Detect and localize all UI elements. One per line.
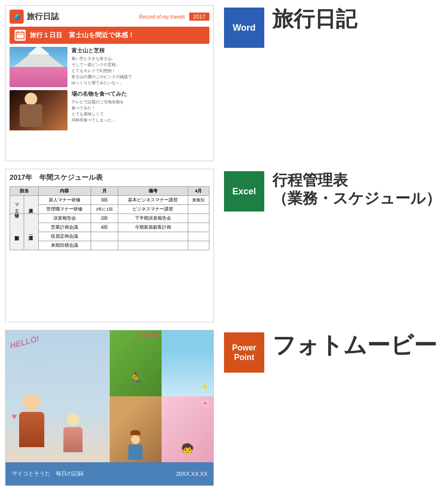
ppt-badge-line1: Power [232, 343, 256, 352]
ppt-cell-bottomleft [110, 396, 162, 462]
word-badge: Word [224, 8, 264, 48]
svg-rect-0 [16, 32, 24, 39]
ppt-document-preview: HELLO! ♥ CHEERS!! [5, 330, 214, 486]
th-april: 4月 [188, 187, 209, 196]
ppt-badge-line2: Point [234, 352, 254, 362]
caption-name: マイコとそうた 毎日の記録 [12, 470, 84, 477]
word-badge-label: Word [233, 23, 256, 33]
slide-figure: 🧒 [181, 443, 194, 455]
hello-text: HELLO! [9, 334, 40, 351]
fuji-image [10, 47, 67, 87]
cell-detail [118, 241, 188, 250]
cell-freq [91, 241, 118, 250]
cell-content: 新人マナー研修 [38, 196, 91, 205]
cell-note [188, 205, 209, 214]
day-icon [15, 30, 26, 41]
food-body: テレビで話題のご当地名物を 食べてみた！ とても美味しくて 何杯何食べてしまった… [71, 99, 209, 123]
word-app-label-area: Word 旅行日記 [224, 5, 443, 161]
cell-detail: 下半期決算報告会 [118, 214, 188, 223]
excel-title-line2: （業務・スケジュール） [272, 189, 441, 207]
word-doc-subtitle: Record of my travels 2017 [139, 13, 209, 21]
table-row: 営業計画会議 4回 今期新規顧客計画 [10, 223, 209, 232]
th-bikou: 備考 [118, 187, 188, 196]
table-row: マナー研修 人事課 新人マナー研修 3回 基本ビジネスマナー講習 業務別 [10, 196, 209, 205]
fuji-heading: 富士山と芝桜 [71, 47, 209, 54]
fuji-text-area: 富士山と芝桜 青い空と大きな富士山。 そして一面ピンクの芝桜。 とてもキレイで幻… [71, 47, 209, 87]
table-row: 来期目標会議 [10, 241, 209, 250]
sub-eigyo: 営業一課 [24, 214, 38, 250]
word-doc-main-title: 旅行日誌 [27, 12, 59, 22]
fuji-body: 青い空と大きな富士山。 そして一面ピンクの芝桜。 とてもキレイで幻想的！ 富士山… [71, 56, 209, 86]
cell-content: 決算報告会 [38, 214, 91, 223]
child-figure [128, 430, 142, 460]
group-manner: マナー研修 [10, 196, 24, 214]
cell-content: 役員定例会議 [38, 232, 91, 241]
ppt-right-grid: CHEERS!! 🏃 ★ [110, 330, 214, 462]
cell-detail: 今期新規顧客計画 [118, 223, 188, 232]
cell-freq: 2回 [91, 214, 118, 223]
ppt-cell-topright: CHEERS!! 🏃 [110, 330, 162, 396]
travel-icon: 🧳 [10, 10, 24, 24]
word-document-preview: 🧳 旅行日誌 Record of my travels 2017 旅行１日目 富… [5, 5, 214, 161]
row-excel: 2017年 年間スケジュール表 担当 内容 月 備考 4月 マナー研修 人事課 [0, 166, 448, 327]
ppt-left-panel: HELLO! ♥ [6, 330, 110, 462]
word-doc-header: 🧳 旅行日誌 Record of my travels 2017 [10, 10, 209, 24]
cell-content: 来期目標会議 [38, 241, 91, 250]
cell-note [188, 241, 209, 250]
food-text-area: 場の名物を食べてみた テレビで話題のご当地名物を 食べてみた！ とても美味しくて… [71, 90, 209, 130]
content-section-food: 場の名物を食べてみた テレビで話題のご当地名物を 食べてみた！ とても美味しくて… [10, 90, 209, 130]
excel-app-title-container: 行程管理表 （業務・スケジュール） [272, 171, 441, 207]
table-row: 役員定例会議 [10, 232, 209, 241]
table-header-row: 担当 内容 月 備考 4月 [10, 187, 209, 196]
cell-note [188, 214, 209, 223]
cell-freq: 4回 [91, 223, 118, 232]
excel-doc-title: 2017年 年間スケジュール表 [10, 173, 209, 182]
parent-figure [19, 393, 44, 447]
ppt-caption-bar: マイコとそうた 毎日の記録 20XX.XX.XX [6, 462, 213, 485]
caption-date: 20XX.XX.XX [176, 471, 207, 477]
heart-decoration: ♥ [12, 411, 17, 422]
cheers-text: CHEERS!! [137, 333, 159, 338]
table-row: 新規開拓 営業一課 決算報告会 2回 下半期決算報告会 [10, 214, 209, 223]
cell-detail: ビジネスマナー講習 [118, 205, 188, 214]
people-photo [10, 90, 67, 130]
excel-document-preview: 2017年 年間スケジュール表 担当 内容 月 備考 4月 マナー研修 人事課 [5, 169, 214, 322]
food-image [10, 90, 67, 130]
cell-freq: 2年に1回 [91, 205, 118, 214]
row-word: 🧳 旅行日誌 Record of my travels 2017 旅行１日目 富… [0, 0, 448, 166]
table-row: 管理職マナー研修 2年に1回 ビジネスマナー講習 [10, 205, 209, 214]
th-content: 内容 [38, 187, 91, 196]
ppt-badge: Power Point [224, 332, 264, 373]
star-decoration: ★ [201, 382, 208, 391]
day-title: 旅行１日目 富士山を間近で体感！ [30, 31, 134, 40]
baby-figure [63, 413, 83, 452]
ppt-cell-bottomright: 🌸 🧒 [162, 396, 213, 462]
ppt-app-title: フォトムービー [272, 332, 437, 358]
cell-freq: 3回 [91, 196, 118, 205]
th-month: 月 [91, 187, 118, 196]
excel-title-line1: 行程管理表 [272, 171, 441, 189]
schedule-table: 担当 内容 月 備考 4月 マナー研修 人事課 新人マナー研修 3回 基本ビジネ… [10, 186, 209, 250]
cell-content: 管理職マナー研修 [38, 205, 91, 214]
row-powerpoint: HELLO! ♥ CHEERS!! [0, 327, 448, 491]
excel-badge: Excel [224, 171, 264, 211]
flower-decoration: 🌸 [201, 399, 209, 407]
day-header-bar: 旅行１日目 富士山を間近で体感！ [10, 27, 209, 44]
cell-note [188, 223, 209, 232]
content-section-fuji: 富士山と芝桜 青い空と大きな富士山。 そして一面ピンクの芝桜。 とてもキレイで幻… [10, 47, 209, 87]
cell-detail: 基本ビジネスマナー講習 [118, 196, 188, 205]
excel-badge-label: Excel [232, 186, 256, 197]
food-heading: 場の名物を食べてみた [71, 90, 209, 98]
excel-app-label-area: Excel 行程管理表 （業務・スケジュール） [224, 169, 443, 325]
ppt-app-label-area: Power Point フォトムービー [224, 330, 443, 488]
word-app-title: 旅行日記 [272, 8, 357, 31]
ppt-cell-topright2: ★ [162, 330, 213, 396]
year-badge: 2017 [189, 13, 209, 21]
cell-detail [118, 232, 188, 241]
cell-note [188, 232, 209, 241]
jump-figure: 🏃 [128, 372, 143, 386]
cell-content: 営業計画会議 [38, 223, 91, 232]
cell-note: 業務別 [188, 196, 209, 205]
sub-jinji: 人事課 [24, 196, 38, 214]
th-tantou: 担当 [10, 187, 39, 196]
